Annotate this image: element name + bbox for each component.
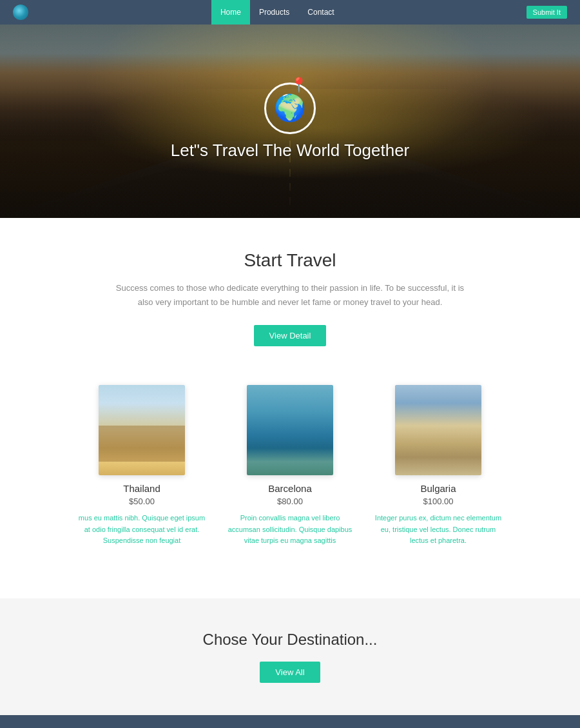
product-desc-bulgaria: Integer purus ex, dictum nec elementum e… <box>374 513 503 547</box>
product-image-thailand <box>99 385 185 475</box>
product-desc-thailand: mus eu mattis nibh. Quisque eget ipsum a… <box>77 513 206 547</box>
product-price-thailand: $50.00 <box>77 497 206 506</box>
hero-globe-icon: 📍 <box>264 83 316 134</box>
product-price-bulgaria: $100.00 <box>374 497 503 506</box>
product-card-barcelona: Barcelona $80.00 Proin convallis magna v… <box>226 385 354 547</box>
product-image-bulgaria <box>395 385 481 475</box>
product-image-barcelona <box>247 385 333 475</box>
pin-icon: 📍 <box>290 77 307 93</box>
start-travel-description: Success comes to those who dedicate ever… <box>110 281 470 310</box>
products-section: Thailand $50.00 mus eu mattis nibh. Quis… <box>0 372 580 598</box>
barcelona-image-fill <box>247 385 333 475</box>
bulgaria-image-fill <box>395 385 481 475</box>
hero-section: 📍 Let"s Travel The World Together <box>0 25 580 218</box>
nav-contact[interactable]: Contact <box>298 0 343 25</box>
choose-section: Chose Your Destination... View All <box>0 598 580 715</box>
hero-title: Let"s Travel The World Together <box>171 141 410 161</box>
nav-products[interactable]: Products <box>250 0 298 25</box>
footer: Navigation Home Products Contact Get In … <box>0 715 580 728</box>
product-card-bulgaria: Bulgaria $100.00 Integer purus ex, dictu… <box>374 385 503 547</box>
view-detail-button[interactable]: View Detail <box>254 325 327 346</box>
submit-button[interactable]: Submit It <box>527 6 567 19</box>
start-travel-section: Start Travel Success comes to those who … <box>0 218 580 372</box>
product-name-thailand: Thailand <box>77 483 206 494</box>
product-desc-barcelona: Proin convallis magna vel libero accumsa… <box>226 513 354 547</box>
product-price-barcelona: $80.00 <box>226 497 354 506</box>
product-name-barcelona: Barcelona <box>226 483 354 494</box>
nav-links: Home Products Contact <box>211 0 343 25</box>
start-travel-heading: Start Travel <box>13 250 567 271</box>
product-card-thailand: Thailand $50.00 mus eu mattis nibh. Quis… <box>77 385 206 547</box>
product-name-bulgaria: Bulgaria <box>374 483 503 494</box>
nav-logo <box>13 5 28 20</box>
view-all-button[interactable]: View All <box>260 662 320 683</box>
choose-heading: Chose Your Destination... <box>13 631 567 649</box>
thailand-image-fill <box>99 385 185 475</box>
hero-content: 📍 Let"s Travel The World Together <box>171 83 410 161</box>
nav-home[interactable]: Home <box>211 0 250 25</box>
navbar: Home Products Contact Submit It <box>0 0 580 25</box>
